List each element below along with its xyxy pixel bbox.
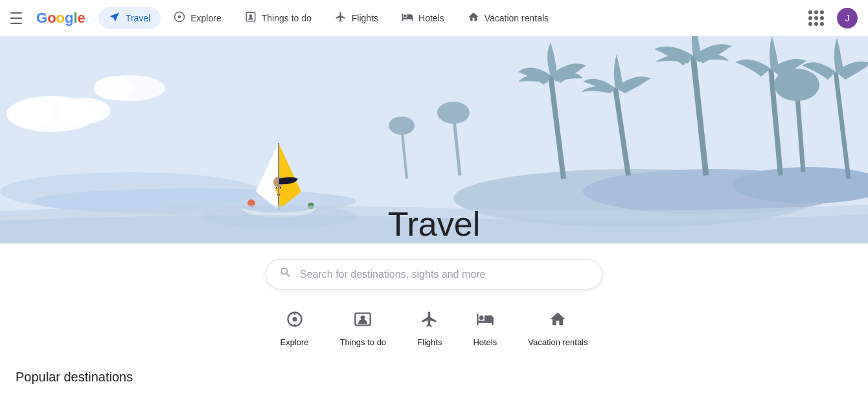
vacation-rentals-quick-label: Vacation rentals bbox=[528, 337, 588, 347]
tab-flights[interactable]: Flights bbox=[325, 7, 389, 29]
quick-link-vacation-rentals[interactable]: Vacation rentals bbox=[528, 310, 588, 347]
svg-point-32 bbox=[292, 317, 297, 322]
quick-link-flights[interactable]: Flights bbox=[417, 310, 442, 347]
quick-link-hotels[interactable]: Hotels bbox=[473, 310, 497, 347]
vacation-rentals-quick-icon bbox=[549, 310, 567, 332]
flights-quick-icon bbox=[420, 310, 439, 332]
explore-quick-icon bbox=[286, 310, 304, 332]
page-title: Travel bbox=[388, 205, 481, 243]
tab-hotels[interactable]: Hotels bbox=[391, 7, 455, 29]
avatar[interactable]: J bbox=[837, 8, 858, 28]
google-logo[interactable]: Google bbox=[36, 10, 86, 27]
popular-destinations-title: Popular destinations bbox=[16, 370, 133, 385]
popular-destinations-section: Popular destinations bbox=[0, 359, 148, 395]
search-placeholder-text: Search for destinations, sights and more bbox=[300, 269, 485, 280]
nav-tabs: Travel Explore Things to do Flights Hote… bbox=[98, 7, 808, 29]
hotels-quick-label: Hotels bbox=[473, 337, 497, 347]
flights-icon bbox=[335, 11, 347, 25]
hero-section: Travel Search for destinations, sights a… bbox=[0, 36, 868, 395]
things-to-do-icon bbox=[245, 11, 257, 25]
explore-quick-label: Explore bbox=[280, 337, 308, 347]
search-bar[interactable]: Search for destinations, sights and more bbox=[266, 259, 602, 289]
things-to-do-quick-label: Things to do bbox=[340, 337, 387, 347]
quick-link-explore[interactable]: Explore bbox=[280, 310, 308, 347]
travel-icon bbox=[109, 11, 120, 25]
menu-button[interactable] bbox=[10, 10, 26, 26]
explore-icon bbox=[174, 11, 185, 25]
tab-vacation-rentals[interactable]: Vacation rentals bbox=[457, 7, 559, 29]
tab-things-to-do[interactable]: Things to do bbox=[234, 7, 322, 29]
tab-travel[interactable]: Travel bbox=[98, 7, 161, 29]
hero-content: Travel Search for destinations, sights a… bbox=[0, 36, 868, 347]
hotels-icon bbox=[402, 11, 413, 25]
quick-link-things-to-do[interactable]: Things to do bbox=[340, 310, 387, 347]
vacation-rentals-icon bbox=[468, 11, 479, 25]
flights-quick-label: Flights bbox=[417, 337, 442, 347]
hotels-quick-icon bbox=[476, 310, 494, 332]
apps-button[interactable] bbox=[808, 10, 824, 26]
tab-explore[interactable]: Explore bbox=[163, 7, 231, 29]
things-to-do-quick-icon bbox=[354, 310, 372, 332]
search-icon bbox=[279, 266, 292, 282]
top-navigation: Google Travel Explore Things to do Fligh… bbox=[0, 0, 868, 36]
svg-point-1 bbox=[178, 15, 181, 18]
svg-point-3 bbox=[249, 14, 252, 17]
nav-right: J bbox=[808, 8, 858, 28]
quick-links: Explore Things to do Fli bbox=[280, 310, 588, 347]
